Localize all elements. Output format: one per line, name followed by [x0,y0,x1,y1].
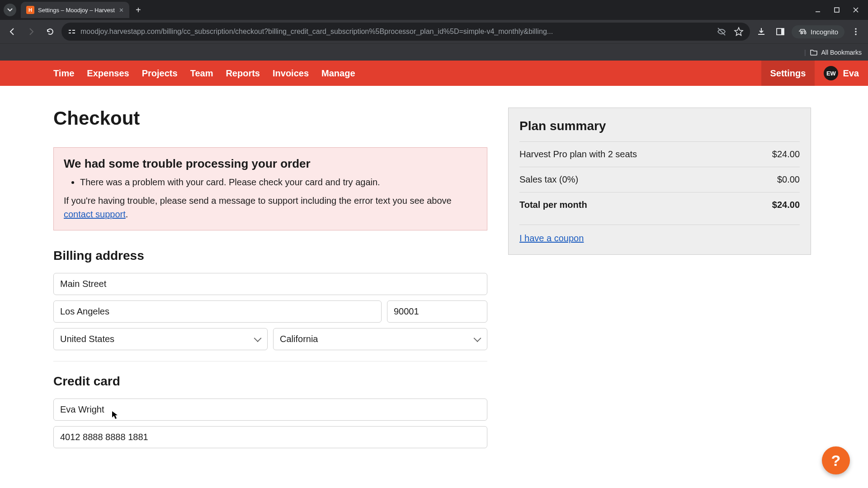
nav-time[interactable]: Time [53,68,74,79]
svg-point-10 [855,33,857,35]
error-alert: We had some trouble processing your orde… [53,147,487,230]
plan-row-total: Total per month $24.00 [519,192,800,217]
user-menu[interactable]: EW Eva [815,66,868,80]
folder-icon [810,49,818,56]
downloads-icon[interactable] [754,24,769,39]
user-name: Eva [843,68,859,79]
url-text: moodjoy.harvestapp.com/billing/cc_subscr… [80,28,712,36]
card-number-input[interactable] [53,426,487,448]
tab-close-icon[interactable]: ✕ [119,7,124,14]
avatar: EW [824,66,838,80]
plan-summary-box: Plan summary Harvest Pro plan with 2 sea… [508,108,811,255]
back-button[interactable] [5,24,20,39]
harvest-favicon: H [26,6,34,14]
browser-tab[interactable]: H Settings – Moodjoy – Harvest ✕ [21,2,129,18]
tab-search-dropdown[interactable] [4,4,16,16]
close-window-icon[interactable] [853,7,859,13]
divider [53,361,487,361]
svg-rect-2 [69,30,71,31]
svg-point-9 [855,31,857,33]
page-title: Checkout [53,108,487,129]
contact-support-link[interactable]: contact support [64,209,126,219]
plan-row: Sales tax (0%) $0.00 [519,167,800,192]
cardholder-name-input[interactable] [53,399,487,421]
plan-summary-heading: Plan summary [519,119,800,133]
maximize-icon[interactable] [834,7,840,13]
billing-heading: Billing address [53,249,487,263]
all-bookmarks-link[interactable]: All Bookmarks [821,49,862,56]
error-item: There was a problem with your card. Plea… [80,177,477,188]
nav-reports[interactable]: Reports [226,68,260,79]
street-input[interactable] [53,273,487,295]
svg-rect-1 [835,8,839,12]
tab-title: Settings – Moodjoy – Harvest [38,7,115,14]
settings-button[interactable]: Settings [761,61,815,86]
nav-invoices[interactable]: Invoices [273,68,309,79]
svg-rect-4 [72,30,75,31]
error-title: We had some trouble processing your orde… [64,157,477,171]
nav-manage[interactable]: Manage [321,68,355,79]
star-icon[interactable] [734,27,744,37]
new-tab-button[interactable]: + [136,5,141,15]
city-input[interactable] [53,300,382,323]
incognito-chip[interactable]: Incognito [792,25,844,38]
country-select[interactable] [53,328,268,350]
address-bar[interactable]: moodjoy.harvestapp.com/billing/cc_subscr… [61,23,750,41]
eye-off-icon[interactable] [717,27,726,37]
nav-expenses[interactable]: Expenses [87,68,129,79]
zip-input[interactable] [387,300,487,323]
forward-button[interactable] [24,24,39,39]
svg-rect-5 [72,33,75,33]
svg-point-8 [855,28,857,30]
plan-row: Harvest Pro plan with 2 seats $24.00 [519,141,800,167]
site-info-icon[interactable] [68,28,76,36]
side-panel-icon[interactable] [773,24,788,39]
minimize-icon[interactable] [815,7,821,13]
svg-rect-3 [69,33,71,33]
error-footer: If you're having trouble, please send a … [64,194,477,221]
nav-team[interactable]: Team [190,68,213,79]
card-heading: Credit card [53,374,487,389]
coupon-link[interactable]: I have a coupon [519,225,800,244]
state-select[interactable] [273,328,487,350]
reload-button[interactable] [42,24,58,39]
menu-icon[interactable] [848,24,863,39]
help-fab[interactable]: ? [822,446,850,474]
nav-projects[interactable]: Projects [142,68,178,79]
svg-rect-7 [781,28,784,35]
